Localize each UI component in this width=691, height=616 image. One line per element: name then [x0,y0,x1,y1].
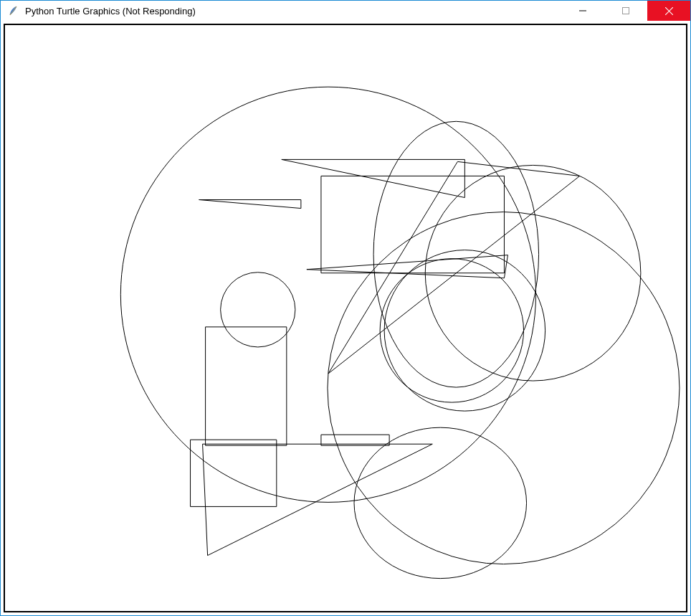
turtle-canvas [5,25,686,611]
drawn-shape [328,162,580,374]
drawn-shape [282,160,465,198]
minimize-button[interactable] [561,1,604,21]
app-window: Python Turtle Graphics (Not Responding) [0,0,691,616]
canvas-frame [4,24,687,612]
drawn-shape [206,327,287,445]
drawn-shape [321,176,505,273]
drawn-shape [221,273,295,347]
svg-rect-1 [623,8,629,14]
titlebar[interactable]: Python Turtle Graphics (Not Responding) [1,1,690,21]
drawn-shape [203,445,433,556]
drawn-shape [354,427,527,578]
drawn-shape [191,440,277,506]
close-button[interactable] [647,1,690,21]
drawn-shape [373,122,538,388]
maximize-button[interactable] [604,1,647,21]
client-area [1,21,690,615]
window-title: Python Turtle Graphics (Not Responding) [25,6,561,16]
drawn-shape [120,87,535,502]
feather-icon [8,5,19,16]
drawn-shape [199,200,301,209]
drawn-shape [328,212,680,564]
window-controls [561,1,690,21]
